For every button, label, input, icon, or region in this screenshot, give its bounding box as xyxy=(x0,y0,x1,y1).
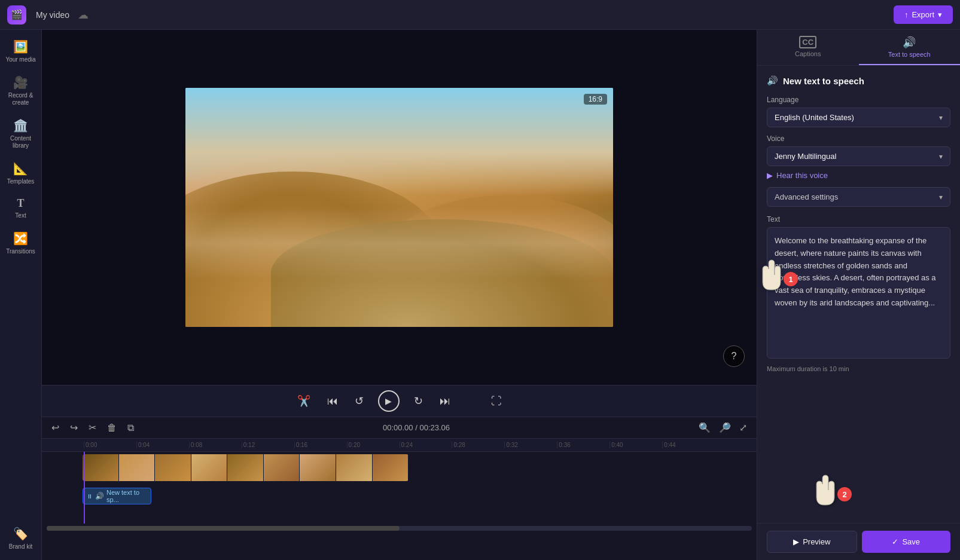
advanced-settings-label: Advanced settings xyxy=(775,192,838,201)
timeline-content: ⏸ 🔊 New text to sp... xyxy=(42,452,757,524)
duplicate-button[interactable]: ⧉ xyxy=(125,421,136,434)
sidebar-item-your-media[interactable]: 🖼️ Your media xyxy=(2,35,40,68)
language-dropdown[interactable]: English (United States) ▾ xyxy=(767,108,950,127)
thumb-segment xyxy=(191,454,228,481)
sidebar-item-content-library[interactable]: 🏛️ Content library xyxy=(2,114,40,154)
ruler-mark: 0:44 xyxy=(662,442,715,448)
rewind-button[interactable]: ↺ xyxy=(352,392,366,410)
scrollbar-thumb[interactable] xyxy=(47,526,400,531)
captions-tab-icon: CC xyxy=(799,36,816,48)
ruler-mark: 0:00 xyxy=(84,442,136,448)
ruler-mark: 0:12 xyxy=(242,442,294,448)
skip-back-button[interactable]: ⏮ xyxy=(325,393,340,410)
sidebar-item-transitions[interactable]: 🔀 Transitions xyxy=(2,227,40,260)
language-label: Language xyxy=(767,96,950,104)
voice-label: Voice xyxy=(767,134,950,143)
timeline-playhead xyxy=(84,452,85,524)
sidebar-label-content-library: Content library xyxy=(4,135,38,149)
video-preview: 16:9 › ? xyxy=(42,30,757,385)
sidebar-label-your-media: Your media xyxy=(5,56,35,63)
save-button[interactable]: ✓ Save xyxy=(862,531,951,553)
thumb-segment xyxy=(155,454,191,481)
main-layout: 🖼️ Your media 🎥 Record & create 🏛️ Conte… xyxy=(0,30,960,560)
hear-voice-button[interactable]: ▶ Hear this voice xyxy=(767,171,828,180)
thumb-segment xyxy=(227,454,264,481)
voice-value: Jenny Multilingual xyxy=(775,152,836,161)
ruler-mark: 0:04 xyxy=(136,442,189,448)
video-track[interactable] xyxy=(83,454,409,481)
tts-text-input[interactable] xyxy=(767,227,950,359)
skip-forward-button[interactable]: ⏭ xyxy=(437,393,453,410)
content-library-icon: 🏛️ xyxy=(13,118,28,133)
help-button[interactable]: ? xyxy=(723,345,745,367)
thumb-segment xyxy=(119,454,156,481)
panel-title: 🔊 New text to speech xyxy=(767,75,950,86)
captions-tab-label: Captions xyxy=(795,50,821,57)
panel-title-icon: 🔊 xyxy=(767,75,778,86)
fullscreen-button[interactable]: ⛶ xyxy=(489,393,504,410)
delete-button[interactable]: 🗑 xyxy=(105,421,119,434)
timeline-ruler: 0:00 0:04 0:08 0:12 0:16 0:20 0:24 0:28 … xyxy=(42,439,757,452)
sidebar-label-templates: Templates xyxy=(7,178,35,185)
thumb-segment xyxy=(300,454,336,481)
timeline-area: ↩ ↪ ✂ 🗑 ⧉ 00:00.00 / 00:23.06 🔍 🔎 ⤢ 0:00 xyxy=(42,417,757,560)
sidebar-label-brand: Brand kit xyxy=(9,543,32,550)
brand-icon: 🏷️ xyxy=(13,527,28,541)
video-title[interactable]: My video xyxy=(36,10,69,20)
timeline-scrollbar[interactable] xyxy=(47,526,752,531)
ruler-mark: 0:36 xyxy=(557,442,609,448)
topbar: 🎬 My video ☁ ↑ Export ▾ xyxy=(0,0,960,30)
zoom-in-button[interactable]: 🔎 xyxy=(717,421,733,434)
ruler-mark: 0:08 xyxy=(189,442,242,448)
timeline-toolbar: ↩ ↪ ✂ 🗑 ⧉ 00:00.00 / 00:23.06 🔍 🔎 ⤢ xyxy=(42,417,757,439)
text-label: Text xyxy=(767,215,950,224)
center-area: 16:9 › ? ✂️ ⏮ ↺ ▶ ↻ ⏭ ⛶ ↩ ↪ ✂ 🗑 ⧉ 00:00. xyxy=(42,30,757,560)
save-check-icon: ✓ xyxy=(892,537,898,546)
tab-tts[interactable]: 🔊 Text to speech xyxy=(859,30,961,65)
voice-dropdown[interactable]: Jenny Multilingual ▾ xyxy=(767,146,950,166)
undo-button[interactable]: ↩ xyxy=(49,421,62,434)
zoom-out-button[interactable]: 🔍 xyxy=(696,421,713,434)
preview-button[interactable]: ▶ Preview xyxy=(767,531,857,553)
transitions-icon: 🔀 xyxy=(13,231,28,246)
export-button[interactable]: ↑ Export ▾ xyxy=(894,5,953,24)
sidebar-item-brand[interactable]: 🏷️ Brand kit xyxy=(2,522,40,555)
mist xyxy=(185,207,613,279)
forward-button[interactable]: ↻ xyxy=(412,392,425,410)
your-media-icon: 🖼️ xyxy=(13,39,28,54)
time-display: 00:00.00 / 00:23.06 xyxy=(142,423,690,432)
advanced-settings-chevron-icon: ▾ xyxy=(939,193,943,201)
tts-track[interactable]: ⏸ 🔊 New text to sp... xyxy=(83,488,151,504)
trim-button[interactable]: ✂️ xyxy=(295,392,313,410)
ruler-mark: 0:32 xyxy=(504,442,557,448)
advanced-settings-row[interactable]: Advanced settings ▾ xyxy=(767,187,950,207)
cut-button[interactable]: ✂ xyxy=(86,421,99,434)
panel-footer: ▶ Preview ✓ Save xyxy=(757,523,960,560)
sidebar-item-templates[interactable]: 📐 Templates xyxy=(2,157,40,190)
app-logo: 🎬 xyxy=(7,5,26,25)
voice-dropdown-arrow-icon: ▾ xyxy=(939,152,943,161)
right-panel-tabs: CC Captions 🔊 Text to speech xyxy=(757,30,960,66)
cloud-save-icon: ☁ xyxy=(78,8,89,22)
right-panel: CC Captions 🔊 Text to speech 🔊 New text … xyxy=(757,30,960,560)
fit-timeline-button[interactable]: ⤢ xyxy=(737,421,749,434)
sidebar-item-record-create[interactable]: 🎥 Record & create xyxy=(2,71,40,111)
export-icon: ↑ xyxy=(904,10,909,19)
track-content[interactable] xyxy=(83,454,752,484)
tab-captions[interactable]: CC Captions xyxy=(757,30,859,65)
thumb-segment xyxy=(373,454,409,481)
redo-button[interactable]: ↪ xyxy=(68,421,80,434)
thumb-segment xyxy=(83,454,119,481)
sidebar-item-text[interactable]: T Text xyxy=(2,192,40,224)
play-voice-icon: ▶ xyxy=(767,171,773,180)
sidebar: 🖼️ Your media 🎥 Record & create 🏛️ Conte… xyxy=(0,30,42,560)
ruler-marks: 0:00 0:04 0:08 0:12 0:16 0:20 0:24 0:28 … xyxy=(84,442,715,448)
language-dropdown-arrow-icon: ▾ xyxy=(939,114,943,122)
video-track-row xyxy=(47,454,752,484)
thumb-segment xyxy=(264,454,300,481)
thumb-segment xyxy=(336,454,373,481)
play-button[interactable]: ▶ xyxy=(378,390,400,412)
tts-track-content[interactable]: ⏸ 🔊 New text to sp... xyxy=(83,488,752,518)
max-duration-label: Maximum duration is 10 min xyxy=(767,365,950,372)
playback-bar: ✂️ ⏮ ↺ ▶ ↻ ⏭ ⛶ xyxy=(42,385,757,417)
